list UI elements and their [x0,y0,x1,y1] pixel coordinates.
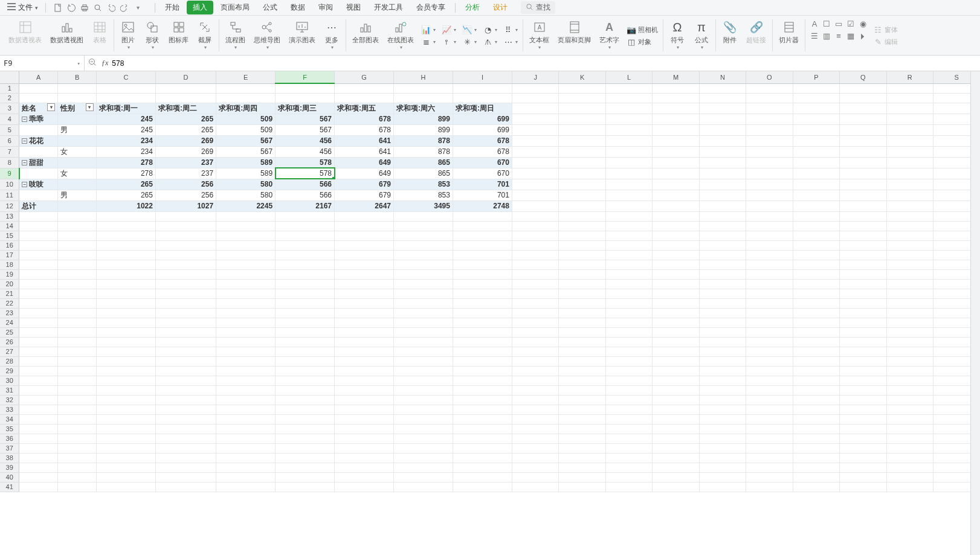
cell-C36[interactable] [96,434,155,443]
cell-Q27[interactable] [840,347,886,356]
cell-B31[interactable] [58,385,97,395]
cell-L30[interactable] [605,376,652,385]
cell-C23[interactable] [96,308,155,318]
cell-F37[interactable] [276,443,335,453]
cell-M5[interactable] [653,124,699,135]
cell-J24[interactable] [512,318,558,327]
cell-L40[interactable] [605,472,652,482]
cell-A7[interactable] [19,146,58,157]
cell-N28[interactable] [699,356,746,366]
cell-G37[interactable] [335,443,394,453]
cell-Q31[interactable] [840,385,886,395]
cell-S11[interactable] [933,190,970,201]
col-header-E[interactable]: E [216,71,276,83]
cell-F32[interactable] [276,395,335,405]
cell-C15[interactable] [96,231,155,240]
cell-Q1[interactable] [840,83,886,93]
cell-F39[interactable] [276,463,335,472]
cell-J6[interactable] [512,135,558,146]
cell-G26[interactable] [335,337,394,347]
cell-E39[interactable] [216,463,276,472]
cell-G34[interactable] [335,414,394,424]
cell-K9[interactable] [559,168,605,179]
cell-B14[interactable] [58,221,97,231]
cell-N20[interactable] [699,279,746,289]
cell-O31[interactable] [746,385,793,395]
cell-H20[interactable] [394,279,453,289]
cell-R27[interactable] [886,347,933,356]
cell-N36[interactable] [699,434,746,443]
print-icon[interactable] [80,3,89,13]
cell-M36[interactable] [653,434,699,443]
hyperlink-button[interactable]: 🔗超链接 [744,18,769,45]
cell-I23[interactable] [453,308,512,318]
cell-S34[interactable] [933,414,970,424]
col-header-C[interactable]: C [96,71,155,83]
col-header-B[interactable]: B [58,71,97,83]
tab-数据[interactable]: 数据 [285,1,311,14]
cell-P39[interactable] [793,463,839,472]
cell-E16[interactable] [216,240,276,250]
cell-J10[interactable] [512,179,558,190]
cell-N1[interactable] [699,83,746,93]
cell-N38[interactable] [699,453,746,463]
cell-O2[interactable] [746,93,793,103]
cell-I8[interactable]: 670 [453,157,512,168]
cell-P26[interactable] [793,337,839,347]
cell-I39[interactable] [453,463,512,472]
cell-J22[interactable] [512,298,558,308]
form-list-icon[interactable]: ☰ [809,30,820,41]
cell-D2[interactable] [155,93,216,103]
bar-chart-dd[interactable]: ≣▾ [420,37,437,48]
cell-R38[interactable] [886,453,933,463]
cell-B15[interactable] [58,231,97,240]
col-header-I[interactable]: I [453,71,512,83]
cell-F22[interactable] [276,298,335,308]
cell-K21[interactable] [559,289,605,298]
cell-B25[interactable] [58,327,97,337]
cell-E21[interactable] [216,289,276,298]
cell-K6[interactable] [559,135,605,146]
cell-Q3[interactable] [840,103,886,114]
row-header-40[interactable]: 40 [0,472,19,482]
row-header-8[interactable]: 8 [0,157,19,168]
cell-R41[interactable] [886,482,933,492]
cell-L26[interactable] [605,337,652,347]
cell-I14[interactable] [453,221,512,231]
cell-H41[interactable] [394,482,453,492]
cell-D40[interactable] [155,472,216,482]
cell-F29[interactable] [276,366,335,376]
cell-F19[interactable] [276,269,335,279]
cell-L11[interactable] [605,190,652,201]
tab-插入[interactable]: 插入 [187,1,213,14]
cell-Q25[interactable] [840,327,886,337]
cell-L34[interactable] [605,414,652,424]
cell-H11[interactable]: 853 [394,190,453,201]
cell-Q13[interactable] [840,211,886,221]
cell-C7[interactable]: 234 [96,146,155,157]
column-chart-dd[interactable]: 📊▾ [420,25,437,36]
cell-O28[interactable] [746,356,793,366]
cell-E41[interactable] [216,482,276,492]
cell-L25[interactable] [605,327,652,337]
cell-N11[interactable] [699,190,746,201]
cell-M14[interactable] [653,221,699,231]
row-header-2[interactable]: 2 [0,93,19,103]
file-menu-button[interactable]: 文件 ▾ [4,1,42,14]
cell-I35[interactable] [453,424,512,434]
cell-L41[interactable] [605,482,652,492]
cell-O27[interactable] [746,347,793,356]
cell-O1[interactable] [746,83,793,93]
cell-I27[interactable] [453,347,512,356]
cell-F23[interactable] [276,308,335,318]
cell-G27[interactable] [335,347,394,356]
cell-O8[interactable] [746,157,793,168]
cell-K15[interactable] [559,231,605,240]
cell-A30[interactable] [19,376,58,385]
cell-B30[interactable] [58,376,97,385]
cell-J20[interactable] [512,279,558,289]
form-button-icon[interactable]: ⏵ [857,30,868,41]
cell-G32[interactable] [335,395,394,405]
cell-C11[interactable]: 265 [96,190,155,201]
cell-S13[interactable] [933,211,970,221]
